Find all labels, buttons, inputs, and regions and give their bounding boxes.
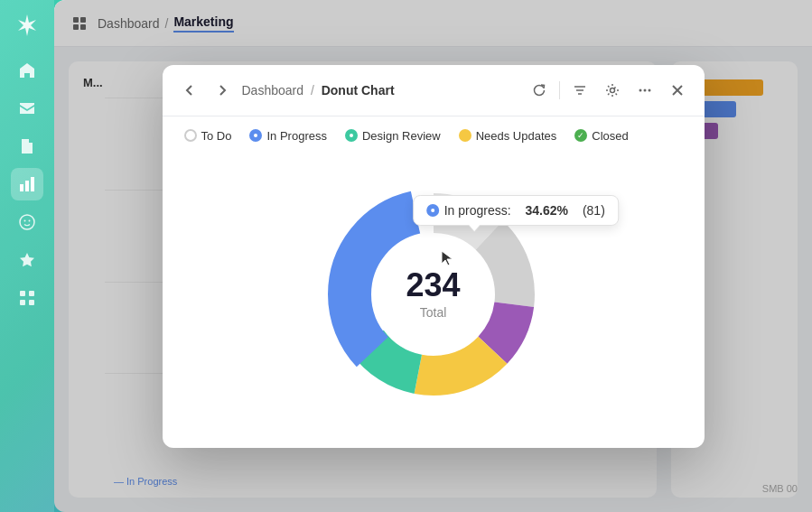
legend-dot-needs-updates xyxy=(459,129,471,142)
modal-refresh-button[interactable] xyxy=(527,78,552,103)
sidebar-item-emoji[interactable] xyxy=(11,206,43,238)
legend-dot-closed: ✓ xyxy=(574,129,587,142)
svg-point-5 xyxy=(29,220,31,222)
legend-label-todo: To Do xyxy=(201,129,232,143)
svg-rect-2 xyxy=(31,177,34,191)
in-progress-tooltip: In progress: 34.62% (81) xyxy=(413,195,619,226)
svg-point-23 xyxy=(254,134,257,137)
modal-filter-button[interactable] xyxy=(567,78,593,103)
donut-total-label: Total xyxy=(406,305,460,320)
legend-dot-in-progress xyxy=(249,129,262,142)
modal-breadcrumb-home[interactable]: Dashboard xyxy=(242,83,304,98)
svg-point-24 xyxy=(350,134,353,137)
svg-point-4 xyxy=(24,220,26,222)
legend-item-closed: ✓ Closed xyxy=(574,129,628,143)
tooltip-icon xyxy=(426,204,439,217)
sidebar-item-inbox[interactable] xyxy=(11,92,43,125)
modal-close-button[interactable] xyxy=(665,78,690,103)
app-logo xyxy=(13,11,42,40)
modal-header: Dashboard / Donut Chart xyxy=(163,65,705,116)
legend-item-in-progress: In Progress xyxy=(249,129,326,143)
donut-total-number: 234 xyxy=(406,269,460,302)
chart-container: 234 Total In progress: 34.62% (81) xyxy=(163,150,705,448)
donut-center: 234 Total xyxy=(406,269,460,320)
legend-item-needs-updates: Needs Updates xyxy=(459,129,557,143)
tooltip-percent: 34.62% xyxy=(526,203,568,218)
svg-point-19 xyxy=(643,88,646,91)
sidebar-item-star[interactable] xyxy=(11,244,43,276)
legend-label-design-review: Design Review xyxy=(362,129,441,143)
svg-point-17 xyxy=(610,88,614,92)
svg-point-20 xyxy=(648,88,650,91)
modal-settings-button[interactable] xyxy=(600,78,625,103)
modal-header-actions xyxy=(527,78,690,103)
sidebar-item-apps[interactable] xyxy=(11,282,43,314)
svg-point-25 xyxy=(431,209,434,212)
legend-item-design-review: Design Review xyxy=(345,129,441,143)
modal-overlay: Dashboard / Donut Chart xyxy=(54,0,812,512)
sidebar-item-analytics[interactable] xyxy=(11,168,43,200)
tooltip-count: (81) xyxy=(583,203,605,218)
svg-rect-9 xyxy=(29,300,34,305)
modal-forward-button[interactable] xyxy=(210,78,235,103)
sidebar-item-home[interactable] xyxy=(11,54,43,87)
legend-label-needs-updates: Needs Updates xyxy=(476,129,557,143)
chart-legend: To Do In Progress Design Review xyxy=(163,116,705,150)
legend-dot-design-review xyxy=(345,129,358,142)
svg-rect-6 xyxy=(20,291,25,296)
modal-back-button[interactable] xyxy=(177,78,202,103)
modal-breadcrumb-active: Donut Chart xyxy=(322,83,395,98)
svg-rect-0 xyxy=(20,184,23,191)
legend-label-closed: Closed xyxy=(592,129,628,143)
svg-rect-1 xyxy=(25,181,29,191)
svg-rect-8 xyxy=(20,300,25,305)
modal-more-button[interactable] xyxy=(632,78,658,103)
donut-chart[interactable]: 234 Total In progress: 34.62% (81) xyxy=(307,168,560,421)
svg-point-3 xyxy=(20,215,34,229)
legend-dot-todo xyxy=(184,129,197,142)
svg-point-18 xyxy=(639,88,641,91)
legend-item-todo: To Do xyxy=(184,129,232,143)
sidebar xyxy=(0,0,54,512)
sidebar-item-docs[interactable] xyxy=(11,130,43,163)
svg-rect-7 xyxy=(29,291,34,296)
main-area: Dashboard / Marketing M... — In Progress xyxy=(54,0,812,512)
tooltip-label: In progress: xyxy=(444,203,511,218)
modal-breadcrumb: Dashboard / Donut Chart xyxy=(242,83,519,98)
donut-chart-modal: Dashboard / Donut Chart xyxy=(163,65,705,448)
legend-label-in-progress: In Progress xyxy=(266,129,326,143)
header-divider xyxy=(559,81,560,99)
